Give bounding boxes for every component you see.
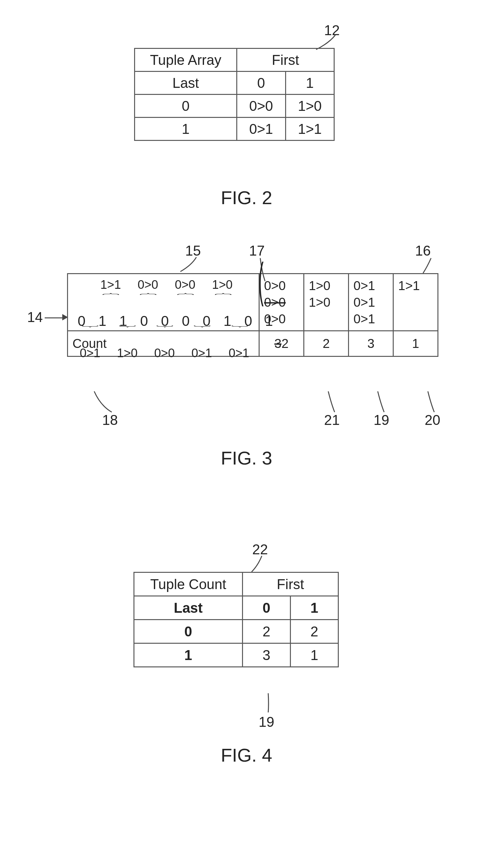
fig3-caption: FIG. 3 bbox=[0, 447, 493, 469]
fig2-row-1: 1 bbox=[135, 118, 237, 141]
col01-line0: 0>1 bbox=[353, 277, 388, 294]
ref-15: 15 bbox=[185, 243, 201, 259]
bot-tuple-3: 0>1 bbox=[185, 346, 219, 360]
ref-22: 22 bbox=[252, 542, 268, 557]
bot-tuple-0: 0>1 bbox=[73, 346, 107, 360]
col01-line2: 0>1 bbox=[353, 311, 388, 327]
leader-19-fig4 bbox=[262, 693, 281, 717]
col10-line0: 1>0 bbox=[309, 277, 344, 294]
bot-tuple-4: 0>1 bbox=[222, 346, 256, 360]
count-00-pre: 3 bbox=[274, 336, 281, 351]
ref-12: 12 bbox=[324, 22, 340, 38]
top-tuple-0: 1>1 bbox=[94, 278, 128, 292]
fig4-row-1: 1 bbox=[134, 643, 243, 667]
fig3-sequence-cell: 1>1 0>0 0>0 1>0 ⏞ ⏞ ⏞ ⏞ 0 1 bbox=[68, 274, 259, 331]
fig2-cell-10: 1>0 bbox=[285, 94, 334, 118]
fig4-col-1: 1 bbox=[291, 596, 339, 620]
fig2-col-1: 1 bbox=[285, 71, 334, 94]
ref-19-fig4: 19 bbox=[259, 714, 274, 730]
brace-icon: ⏞ bbox=[196, 292, 250, 302]
col00-line1-struck: 0>0 bbox=[264, 294, 299, 311]
fig3-tuples-bot: 0>1 1>0 0>0 0>1 0>1 bbox=[73, 346, 256, 360]
ref-19: 19 bbox=[373, 412, 389, 428]
fig4-cell-00: 2 bbox=[243, 620, 291, 643]
col11-line0: 1>1 bbox=[398, 277, 433, 294]
fig3-col-10: 1>0 1>0 bbox=[304, 274, 349, 331]
fig3-col-00: ( 0>0 0>0 0>0 bbox=[259, 274, 304, 331]
col00-line2: 0>0 bbox=[264, 311, 299, 327]
ref-16: 16 bbox=[415, 243, 431, 259]
fig4-col-0: 0 bbox=[243, 596, 291, 620]
col01-line1: 0>1 bbox=[353, 294, 388, 311]
brace-icon: ⏞ bbox=[213, 318, 267, 329]
fig2-cell-11: 1>1 bbox=[285, 118, 334, 141]
fig2-cell-last: Last bbox=[135, 71, 237, 94]
ref-14: 14 bbox=[27, 309, 43, 325]
fig3-col-11: 1>1 bbox=[393, 274, 438, 331]
top-tuple-1: 0>0 bbox=[131, 278, 165, 292]
fig4-caption: FIG. 4 bbox=[0, 744, 493, 766]
ref-21: 21 bbox=[324, 412, 340, 428]
fig2-col-0: 0 bbox=[237, 71, 286, 94]
fig3-table: 1>1 0>0 0>0 1>0 ⏞ ⏞ ⏞ ⏞ 0 1 bbox=[67, 273, 438, 357]
fig3-table-wrap: 1>1 0>0 0>0 1>0 ⏞ ⏞ ⏞ ⏞ 0 1 bbox=[67, 273, 438, 357]
fig3-tuples-top: 1>1 0>0 0>0 1>0 bbox=[68, 278, 239, 292]
fig4-cell-11: 1 bbox=[291, 643, 339, 667]
fig4-row-0: 0 bbox=[134, 620, 243, 643]
ref-20: 20 bbox=[425, 412, 440, 428]
fig3-col-01: 0>1 0>1 0>1 bbox=[349, 274, 393, 331]
col10-line1: 1>0 bbox=[309, 294, 344, 311]
fig2-table-wrap: Tuple Array First Last 0 1 0 0>0 1>0 1 0… bbox=[134, 48, 335, 141]
fig4-cell-01: 3 bbox=[243, 643, 291, 667]
fig4-cell-first: First bbox=[243, 572, 339, 596]
fig2-cell-tuple-array: Tuple Array bbox=[135, 48, 237, 71]
braces-bot: ⏞ ⏞ ⏞ ⏞ ⏞ bbox=[73, 329, 257, 348]
fig3-count-01: 3 bbox=[349, 331, 393, 357]
bot-tuple-2: 0>0 bbox=[148, 346, 181, 360]
fig3-count-00: 32 bbox=[259, 331, 304, 357]
fig4-cell-10: 2 bbox=[291, 620, 339, 643]
fig2-caption: FIG. 2 bbox=[0, 187, 493, 208]
page: 12 Tuple Array First Last 0 1 0 0>0 1>0 … bbox=[0, 0, 493, 868]
count-00-post: 2 bbox=[282, 336, 288, 351]
fig4-cell-tuple-count: Tuple Count bbox=[134, 572, 243, 596]
fig4-table: Tuple Count First Last 0 1 0 2 2 1 3 1 bbox=[133, 572, 339, 668]
fig3-count-11: 1 bbox=[393, 331, 438, 357]
fig4-table-wrap: Tuple Count First Last 0 1 0 2 2 1 3 1 bbox=[133, 572, 339, 668]
fig2-cell-01: 0>1 bbox=[237, 118, 286, 141]
fig2-row-0: 0 bbox=[135, 94, 237, 118]
fig2-cell-first: First bbox=[237, 48, 334, 71]
ref-18: 18 bbox=[102, 412, 118, 428]
fig4-cell-last: Last bbox=[134, 596, 243, 620]
fig2-table: Tuple Array First Last 0 1 0 0>0 1>0 1 0… bbox=[134, 48, 335, 141]
braces-top: ⏞ ⏞ ⏞ ⏞ bbox=[78, 292, 240, 312]
top-tuple-3: 1>0 bbox=[205, 278, 239, 292]
bot-tuple-1: 1>0 bbox=[110, 346, 144, 360]
paren-icon: ( bbox=[258, 272, 263, 288]
fig2-cell-00: 0>0 bbox=[237, 94, 286, 118]
top-tuple-2: 0>0 bbox=[168, 278, 202, 292]
col00-line0: 0>0 bbox=[264, 277, 299, 294]
fig3-count-10: 2 bbox=[304, 331, 349, 357]
